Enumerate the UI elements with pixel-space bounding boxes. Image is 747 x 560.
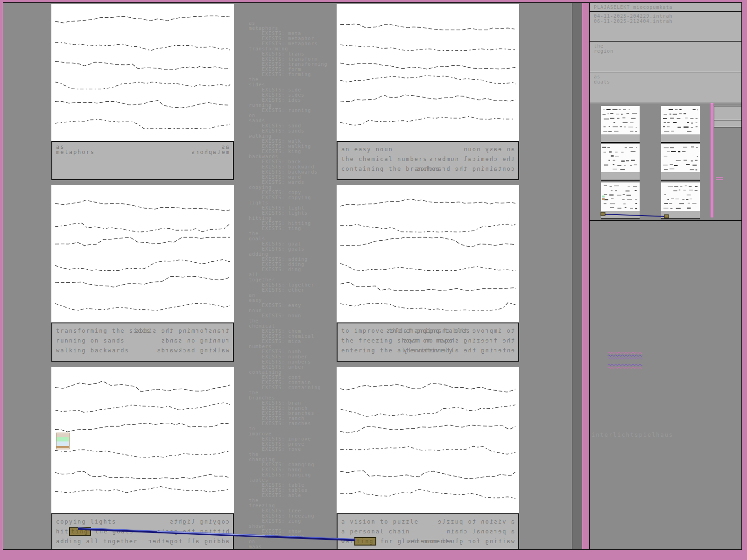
word-log-line: improve (249, 431, 334, 436)
word-log-line: EXISTS: improve (249, 436, 334, 441)
wave-chart-4[interactable] (337, 185, 519, 322)
wave-lines-icon (337, 185, 519, 322)
word-log-line: EXISTS: containing (249, 385, 334, 390)
watermark-text: interlichtspielhaus (592, 432, 673, 438)
word-log-line: EXISTS: chemical (249, 334, 334, 339)
file-item[interactable]: 04-11-2025-204229.intrah (594, 14, 740, 19)
region-label: region (594, 49, 740, 54)
window-gutter (572, 3, 582, 549)
thumbnail-panel-5[interactable] (601, 182, 640, 219)
thumbnail-panel-2[interactable] (661, 106, 700, 143)
word-log-line: EXISTS: light (249, 205, 334, 210)
word-log-line: EXISTS: mica (249, 339, 334, 344)
word-log-line: EXISTS: numbers (249, 359, 334, 364)
caption-text-mirrored: copying lights hitting the goals adding … (56, 517, 229, 547)
pink-wave-icon (716, 177, 723, 178)
word-log-line: sands (249, 118, 334, 123)
wave-lines-icon (51, 4, 234, 141)
caption-line-mirrored: to improve the changing tables (341, 326, 514, 336)
word-log-line: running (249, 103, 334, 108)
word-log-line: EXISTS: noun (249, 313, 334, 318)
wave-lines-icon (337, 4, 519, 141)
word-log-line: shown (249, 524, 334, 529)
thumbnail-panel-1[interactable] (601, 106, 640, 143)
word-log-line: noun (249, 308, 334, 313)
caption-text-mirrored: to improve the changing tables the freez… (341, 326, 514, 359)
word-log-line: goals (249, 236, 334, 241)
word-log-line: as (249, 21, 334, 26)
word-log-line: EXISTS: show (249, 529, 334, 534)
wave-chart-6[interactable] (337, 367, 519, 513)
caption-plate-1: as metaphors as metaphors (51, 141, 234, 180)
caption-line-mirrored: containing the branches (341, 164, 514, 174)
thumbnail-panel-3[interactable] (601, 144, 640, 181)
word-log-line: chemical (249, 323, 334, 329)
app-root: { "colors": { "frame_pink": "#c77fb0", "… (0, 0, 747, 560)
word-log-line: an (249, 293, 334, 298)
word-log-line: maps (249, 544, 334, 548)
page-panel-5: copying lights hitting the goals adding … (51, 367, 234, 550)
word-log-line: branches (249, 395, 334, 400)
caption-text-mirrored: an easy noun the chemical numbers contai… (341, 145, 514, 177)
page-panel-6: a vision to puzzle a personal chain wait… (337, 367, 519, 550)
caption-plate-2: an easy noun the chemical numbers contai… (337, 141, 519, 180)
thumbnail-caption (661, 211, 700, 218)
thumbnail-panel-4[interactable] (661, 144, 700, 181)
wave-lines-icon (337, 367, 519, 513)
sidebar: PLAJASELEKT miocopumkata 04-11-2025-2042… (589, 3, 742, 549)
caption-text-mirrored: transforming the sides running on sands … (56, 326, 229, 359)
word-log-line: EXISTS: metaphors (249, 41, 334, 46)
word-log-line: EXISTS: backwards (249, 169, 334, 175)
word-log-line: the (249, 231, 334, 236)
thumbnail-panel-6[interactable] (661, 182, 700, 219)
thumbnail-page (661, 144, 700, 172)
caption-line-mirrored: metaphors (56, 150, 229, 155)
region-box[interactable]: the region (590, 42, 742, 72)
thumbnail-page (601, 182, 640, 211)
wave-chart-2[interactable] (337, 4, 519, 141)
word-log-line: EXISTS: zing (249, 518, 334, 524)
swatch-blue (56, 441, 69, 446)
caption-plate-5: copying lights hitting the goals adding … (51, 513, 234, 550)
page-panel-3: transforming the sides running on sands … (51, 185, 234, 362)
caption-line-mirrored: entering the alternatively (341, 346, 514, 356)
word-log-line: EXISTS: rove (249, 447, 334, 452)
wave-chart-5[interactable] (51, 367, 234, 513)
caption-line-mirrored: the freezing shown on maps (341, 336, 514, 346)
sidebar-left-border (582, 3, 589, 549)
caption-line-mirrored: the chemical numbers (341, 154, 514, 164)
word-log-line: EXISTS: free (249, 508, 334, 513)
word-log-line: EXISTS: ether (249, 287, 334, 293)
minimap-control-box[interactable] (714, 106, 742, 127)
word-log-line: EXISTS: prove (249, 441, 334, 447)
caption-line-mirrored: walking backwards (56, 346, 229, 356)
word-log-line: copying (249, 185, 334, 190)
mini-color-swatch (602, 196, 605, 200)
word-log-line: EXISTS: hanging (249, 472, 334, 477)
wave-chart-3[interactable] (51, 185, 234, 322)
duals-label: duals (594, 79, 740, 84)
word-log-line: EXISTS: side (249, 87, 334, 92)
word-log-line: EXISTS: umber (249, 364, 334, 370)
duals-box[interactable]: as duals (590, 72, 742, 103)
word-log-line: hitting (249, 216, 334, 221)
word-log-line: EXISTS: number (249, 354, 334, 359)
file-item[interactable]: 06-11-2025-212404.intrah (594, 19, 740, 24)
word-log-line: containing (249, 370, 334, 375)
thumbnail-caption (601, 172, 640, 180)
minimap-divider (711, 103, 713, 217)
wave-chart-1[interactable] (51, 4, 234, 141)
caption-line-mirrored: running on sands (56, 336, 229, 346)
control-split-line (714, 120, 742, 120)
word-log-line: EXISTS: copy (249, 190, 334, 195)
word-log-line: EXISTS: transform (249, 56, 334, 62)
word-log-line: EXISTS: able (249, 493, 334, 498)
word-log-line: EXISTS: transforming (249, 62, 334, 67)
word-log-line: EXISTS: sides (249, 92, 334, 98)
wave-lines-icon (51, 367, 234, 513)
word-log-line: backwards (249, 154, 334, 159)
word-log-line: to (249, 426, 334, 431)
word-log-line: EXISTS: goal (249, 241, 334, 246)
word-analysis-log: asmetaphors EXISTS: meta EXISTS: metapho… (249, 5, 334, 548)
word-log-line: adding (249, 252, 334, 257)
